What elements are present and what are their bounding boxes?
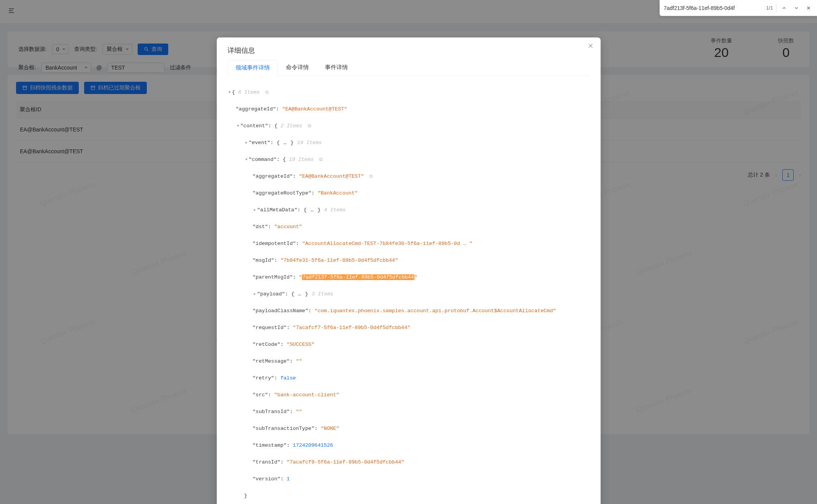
tab-domain-event[interactable]: 领域事件详情 (227, 60, 278, 76)
chevron-down-icon (794, 5, 799, 11)
copy-icon[interactable]: ⧉ (319, 157, 323, 162)
tab-command[interactable]: 命令详情 (278, 60, 317, 76)
modal-tabs: 领域事件详情 命令详情 事件详情 (227, 60, 590, 76)
find-in-page-bar: 1/1 (659, 0, 817, 16)
modal-title: 详细信息 (227, 46, 590, 55)
search-highlight: 7adf213f-5f6a-11ef-89b5-0d4f5dfcbb44 (302, 274, 414, 280)
toggle-icon[interactable]: ▾ (244, 156, 249, 164)
toggle-icon[interactable]: ▸ (253, 290, 257, 298)
find-count: 1/1 (766, 5, 773, 11)
chevron-up-icon (781, 5, 787, 11)
tab-event[interactable]: 事件详情 (317, 60, 356, 76)
find-prev-button[interactable] (780, 3, 789, 13)
detail-modal: 详细信息 领域事件详情 命令详情 事件详情 ▾{ 6 Items ⧉ "aggr… (217, 37, 601, 504)
find-input[interactable] (664, 5, 763, 11)
copy-icon[interactable]: ⧉ (308, 123, 311, 129)
toggle-icon[interactable]: ▸ (253, 206, 257, 214)
divider (776, 4, 776, 12)
toggle-icon[interactable]: ▾ (227, 88, 232, 97)
toggle-icon[interactable]: ▸ (244, 139, 249, 147)
toggle-icon[interactable]: ▾ (236, 122, 240, 130)
find-close-button[interactable] (804, 3, 813, 13)
copy-icon[interactable]: ⧉ (265, 90, 269, 95)
close-icon (806, 5, 811, 11)
copy-icon[interactable]: ⧉ (369, 174, 373, 179)
close-icon (588, 43, 594, 49)
find-next-button[interactable] (792, 3, 801, 13)
json-viewer: ▾{ 6 Items ⧉ "aggregateId": "EA@BankAcco… (227, 80, 590, 504)
modal-close-button[interactable] (588, 43, 594, 51)
